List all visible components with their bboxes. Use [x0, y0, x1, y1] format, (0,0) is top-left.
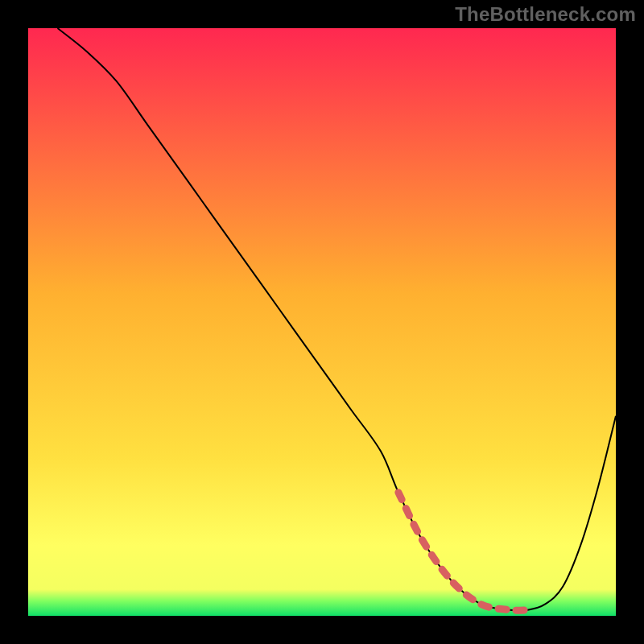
chart-frame: TheBottleneck.com — [0, 0, 644, 644]
plot-area — [28, 28, 616, 616]
watermark-text: TheBottleneck.com — [455, 3, 636, 26]
gradient-background — [28, 28, 616, 616]
chart-svg — [28, 28, 616, 616]
